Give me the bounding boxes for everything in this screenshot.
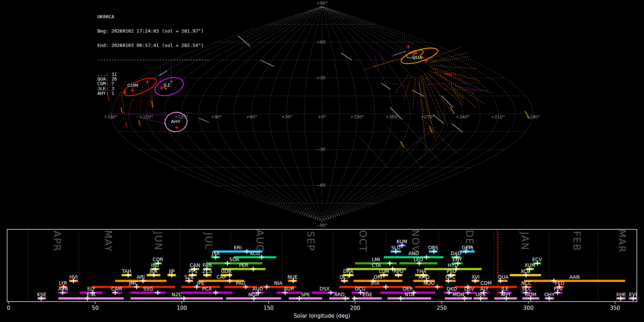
shower-code-label: THA: [416, 268, 426, 274]
trail-orange: [434, 69, 482, 90]
north-pole-label: +90°: [316, 1, 327, 6]
activity-bar: [181, 286, 220, 288]
shower-code-label: KSE: [37, 292, 47, 297]
shower-code-label: AND: [408, 250, 419, 256]
meridian-line: [322, 6, 392, 221]
shower-code-label: JIP: [169, 268, 175, 274]
shower-code-label: HYD: [448, 262, 458, 268]
activity-bar: [58, 297, 124, 299]
trail-orange: [424, 74, 452, 112]
shower-code-label: NDA: [248, 292, 259, 297]
radiant-label: QUA: [412, 55, 423, 60]
shower-bar-AHY: AHY: [494, 292, 517, 301]
activity-bar: [224, 286, 257, 288]
shower-bar-TAH: TAH: [122, 268, 132, 278]
lon-label: +180°: [526, 114, 540, 119]
shower-code-label: DPC: [445, 274, 455, 280]
meteor-gray: [433, 114, 444, 123]
lon-label: +210°: [491, 114, 505, 119]
shower-count: COM: 7: [97, 81, 209, 86]
trail-magenta: [390, 83, 408, 86]
month-label-SEP: SEP: [305, 231, 316, 251]
shower-code-label: SSG: [143, 286, 153, 292]
shower-code-label: NIA: [274, 280, 283, 286]
trail-magenta: [375, 56, 379, 72]
shower-bar-RPU: RPU: [394, 268, 403, 278]
shower-count: QUA: 26: [97, 77, 209, 81]
meteor-gray: [199, 118, 209, 122]
axis-tick-label: 300: [523, 305, 534, 311]
month-label-MAR: MAR: [616, 229, 628, 253]
lon-label: +0°: [318, 114, 326, 119]
shower-code-label: OBS: [428, 245, 438, 250]
shower-code-label: AUD: [253, 286, 263, 292]
shower-code-label: LUM: [379, 268, 389, 274]
meteor-radiant-screen: QUACOMJLEAHY+180°+150°+120°+90°+60°+30°+…: [0, 0, 644, 322]
shower-code-label: NOO: [423, 280, 434, 286]
shower-code-label: ALY: [480, 286, 489, 292]
shower-code-label: DSX: [319, 286, 330, 292]
shower-code-label: KCG: [250, 250, 260, 256]
shower-code-label: PPS: [189, 268, 197, 274]
shower-code-label: CTA: [372, 262, 381, 268]
shower-code-label: LEO: [414, 257, 423, 262]
shower-code-label: KUM: [396, 239, 407, 244]
trail-gray: [360, 137, 388, 168]
trail-orange: [435, 72, 486, 104]
shower-bar-NDA: NDA: [226, 292, 281, 301]
month-label-JAN: JAN: [519, 231, 531, 250]
divider-line: ----------------------------------------: [97, 57, 209, 62]
activity-bar: [387, 297, 431, 299]
shower-bar-XCB: XCB: [510, 268, 541, 278]
shower-bar-KSE: KSE: [37, 292, 47, 301]
shower-code-label: PER: [239, 262, 248, 268]
shower-code-label: LMI: [372, 257, 380, 262]
month-label-FEB: FEB: [571, 231, 582, 251]
month-label-NOV: NOV: [410, 229, 421, 253]
lat-label: −60: [316, 183, 325, 188]
lon-label: +270°: [421, 114, 435, 119]
shower-bar-JIP: JIP: [167, 268, 176, 278]
south-pole-label: −90°: [316, 223, 327, 228]
shower-code-label: HVI: [69, 274, 78, 280]
shower-code-label: PSU: [447, 268, 456, 274]
lat-label: +60: [316, 40, 325, 45]
shower-bar-GUM: GUM: [522, 292, 539, 301]
shower-code-label: FED: [555, 280, 565, 286]
shower-code-label: AVB: [58, 286, 68, 292]
shower-code-label: ARI: [137, 274, 145, 280]
shower-bar-OHY: OHY: [544, 292, 555, 301]
shower-code-label: CAP: [216, 274, 226, 280]
shower-code-label: NCC: [521, 280, 532, 286]
lon-label: +120°: [174, 114, 188, 119]
meridian-line: [269, 6, 322, 221]
axis-tick-label: 50: [92, 305, 99, 311]
shower-bar-AVB: AVB: [58, 286, 68, 295]
trail-orange: [430, 67, 480, 81]
shower-code-label: SZC: [184, 274, 194, 280]
shower-code-label: OER: [403, 286, 413, 292]
shower-count: AHY: 1: [97, 91, 209, 96]
shower-code-label: JPE: [197, 280, 205, 286]
shower-code-label: CAN: [190, 262, 200, 268]
shower-bar-EVI: EVI: [629, 292, 637, 301]
activity-bar: [234, 256, 277, 258]
shower-code-label: XVI: [472, 274, 479, 280]
meteor-gray: [452, 123, 463, 132]
shower-bar-QUA: QUA: [498, 274, 509, 283]
month-label-JUN: JUN: [153, 231, 164, 251]
trail-magenta: [428, 83, 480, 84]
shower-bar-OCT: OCT: [340, 274, 350, 283]
shower-bar-ZCS: ZCS: [203, 268, 212, 278]
axis-tick-label: 200: [350, 305, 360, 311]
shower-code-label: SDA: [229, 257, 240, 262]
meridian-line: [322, 6, 498, 221]
shower-code-label: GUM: [525, 292, 536, 297]
activity-bar: [339, 286, 411, 288]
activity-bar: [206, 262, 262, 264]
shower-code-label: OCT: [340, 274, 350, 280]
shower-code-label: SLD: [391, 245, 401, 250]
radiant-AHY: AHY: [164, 111, 189, 133]
x-axis-title: Solar longitude (deg): [294, 313, 350, 319]
shower-code-label: AMO: [418, 274, 430, 280]
